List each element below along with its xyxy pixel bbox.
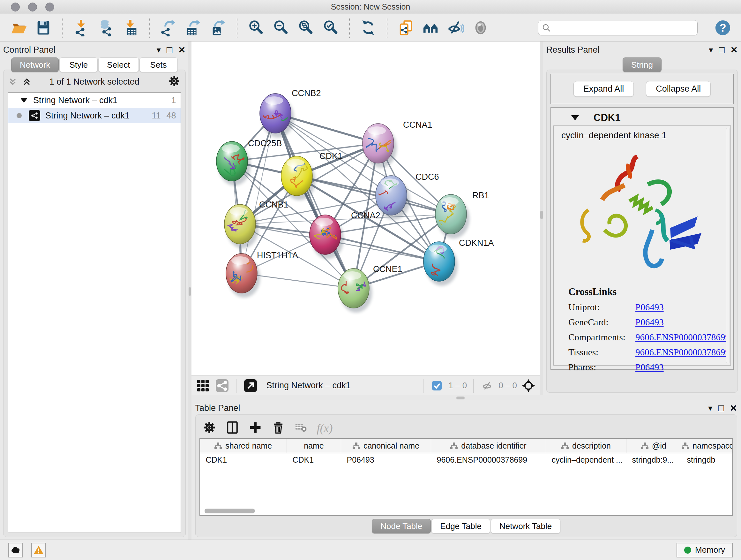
open-session-button[interactable] — [10, 18, 27, 37]
memory-button[interactable]: Memory — [677, 543, 733, 557]
crosslink-link[interactable]: P06493 — [635, 302, 664, 313]
crosshair-icon[interactable] — [522, 379, 536, 393]
tab-select[interactable]: Select — [98, 57, 138, 72]
column-header-@id[interactable]: @id — [626, 439, 681, 453]
delete-table-icon[interactable] — [294, 420, 309, 436]
table-row[interactable]: CDK1CDK1P064939606.ENSP00000378699cyclin… — [200, 453, 732, 466]
table-panel-menu-icon[interactable]: ▾ — [708, 403, 712, 413]
zoom-fit-button[interactable] — [297, 18, 315, 37]
function-builder-icon[interactable]: f(x) — [317, 422, 333, 435]
add-column-icon[interactable] — [248, 420, 263, 436]
gene-entry-header[interactable]: CDK1 — [553, 110, 731, 125]
tab-node-table[interactable]: Node Table — [372, 519, 431, 534]
table-cell[interactable]: stringdb:9... — [626, 453, 681, 466]
table-cell[interactable]: CDK1 — [200, 453, 287, 466]
table-horizontal-scrollbar[interactable] — [205, 509, 255, 513]
search-input[interactable] — [538, 20, 697, 36]
crosslink-link[interactable]: P06493 — [635, 317, 664, 327]
results-panel-close-icon[interactable]: ✕ — [731, 45, 738, 55]
table-panel-splitter[interactable] — [192, 395, 741, 400]
expand-all-button[interactable]: Expand All — [574, 81, 634, 97]
graph-node-CCNA1[interactable] — [362, 124, 394, 163]
help-button[interactable]: ? — [714, 19, 731, 37]
table-cell[interactable]: stringdb — [681, 453, 732, 466]
graph-node-CCNB1[interactable] — [224, 204, 256, 244]
hidden-eye-slash-icon[interactable] — [480, 379, 494, 393]
crosslink-link[interactable]: 9606.ENSP00000378699 — [635, 347, 730, 358]
table-settings-gear-icon[interactable] — [202, 420, 217, 436]
tab-style[interactable]: Style — [59, 57, 98, 72]
network-collection-row[interactable]: String Network – cdk1 1 — [8, 92, 181, 108]
cloud-button[interactable] — [8, 543, 23, 557]
hidden-counter: 0 – 0 — [498, 381, 517, 390]
network-options-gear-icon[interactable] — [167, 74, 181, 89]
tree-expand-icon[interactable] — [20, 98, 27, 103]
export-table-button[interactable] — [185, 18, 202, 37]
tab-network[interactable]: Network — [11, 57, 59, 72]
zoom-selected-button[interactable] — [322, 18, 340, 37]
tab-sets[interactable]: Sets — [139, 57, 178, 72]
network-canvas[interactable]: CCNB2CCNA1CDC25BCDK1CDC6RB1CCNB1CCNA2CDK… — [192, 42, 540, 375]
refresh-view-button[interactable] — [359, 18, 377, 37]
show-all-button[interactable] — [472, 18, 489, 37]
first-neighbors-button[interactable] — [422, 18, 440, 37]
collapse-all-button[interactable]: Collapse All — [646, 81, 711, 97]
graph-node-CCNA2[interactable] — [310, 215, 341, 254]
crosslink-link[interactable]: P06493 — [635, 362, 664, 373]
tab-network-table[interactable]: Network Table — [491, 519, 560, 534]
graph-node-RB1[interactable] — [435, 194, 467, 234]
network-graph[interactable]: CCNB2CCNA1CDC25BCDK1CDC6RB1CCNB1CCNA2CDK… — [192, 42, 527, 375]
tab-edge-table[interactable]: Edge Table — [431, 519, 490, 534]
birdseye-view-icon[interactable] — [244, 379, 258, 393]
splitter-grip[interactable] — [456, 396, 465, 399]
results-panel-menu-icon[interactable]: ▾ — [709, 45, 713, 55]
network-view-mode-icon[interactable] — [215, 379, 229, 393]
gene-collapse-icon[interactable] — [571, 115, 579, 120]
graph-node-CCNE1[interactable] — [338, 268, 369, 308]
results-panel-float-icon[interactable]: □ — [719, 44, 724, 55]
crosslink-link[interactable]: 9606.ENSP00000378699 — [635, 332, 730, 343]
column-header-shared-name[interactable]: shared name — [200, 439, 287, 453]
control-panel-float-icon[interactable]: □ — [166, 44, 172, 55]
grid-view-icon[interactable] — [196, 379, 210, 393]
table-cell[interactable]: cyclin–dependent ... — [546, 453, 626, 466]
table-cell[interactable]: 9606.ENSP00000378699 — [431, 453, 546, 466]
import-table-button[interactable] — [122, 18, 140, 37]
control-panel-close-icon[interactable]: ✕ — [178, 45, 185, 55]
table-cell[interactable]: P06493 — [341, 453, 431, 466]
graph-node-HIST1H1A[interactable] — [226, 253, 257, 293]
delete-column-icon[interactable] — [271, 420, 286, 436]
column-header-database-identifier[interactable]: database identifier — [431, 439, 546, 453]
graph-node-CDC25B[interactable] — [216, 141, 248, 181]
control-panel-menu-icon[interactable]: ▾ — [157, 45, 161, 55]
warning-button[interactable] — [31, 543, 46, 557]
import-network-file-button[interactable] — [72, 18, 90, 37]
results-scrollbar[interactable] — [726, 128, 730, 363]
save-session-button[interactable] — [35, 18, 52, 37]
clone-network-button[interactable] — [397, 18, 415, 37]
column-header-description[interactable]: description — [546, 439, 626, 453]
table-panel-close-icon[interactable]: ✕ — [730, 403, 737, 414]
show-columns-icon[interactable] — [225, 420, 240, 436]
zoom-out-button[interactable] — [272, 18, 290, 37]
results-panel-splitter[interactable] — [540, 42, 543, 395]
table-cell[interactable]: CDK1 — [287, 453, 341, 466]
column-header-namespace[interactable]: namespace — [681, 439, 732, 453]
column-header-name[interactable]: name — [287, 439, 341, 453]
network-row[interactable]: String Network – cdk1 11 48 — [8, 108, 181, 123]
hide-selected-button[interactable] — [447, 18, 465, 37]
column-header-canonical-name[interactable]: canonical name — [341, 439, 431, 453]
tab-string[interactable]: String — [623, 57, 662, 72]
splitter-grip[interactable] — [540, 211, 543, 219]
splitter-grip[interactable] — [189, 287, 191, 296]
search-field[interactable] — [553, 23, 693, 33]
export-network-button[interactable] — [159, 18, 178, 37]
node-table[interactable]: shared namenamecanonical namedatabase id… — [199, 438, 733, 516]
zoom-in-button[interactable] — [247, 18, 265, 37]
table-panel-float-icon[interactable]: □ — [718, 402, 724, 414]
import-network-database-button[interactable] — [97, 18, 115, 37]
graph-node-CDK1[interactable] — [281, 156, 313, 196]
selection-checkbox-icon[interactable] — [430, 379, 444, 393]
control-panel-splitter[interactable] — [188, 42, 192, 540]
export-image-button[interactable] — [209, 18, 227, 37]
